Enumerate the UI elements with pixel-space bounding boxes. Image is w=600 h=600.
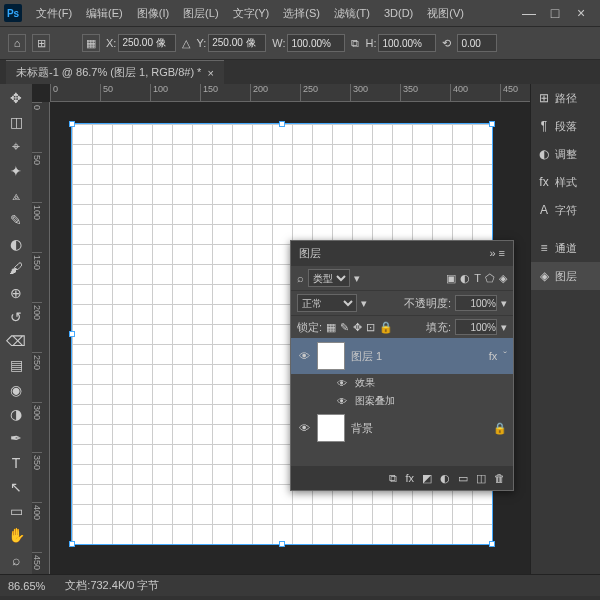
transform-handle[interactable] (279, 121, 285, 127)
menu-view[interactable]: 视图(V) (421, 2, 470, 25)
document-tab[interactable]: 未标题-1 @ 86.7% (图层 1, RGB/8#) * × (6, 60, 224, 84)
menu-image[interactable]: 图像(I) (131, 2, 175, 25)
type-tool[interactable]: T (4, 452, 28, 472)
stamp-tool[interactable]: ⊕ (4, 282, 28, 302)
menu-select[interactable]: 选择(S) (277, 2, 326, 25)
blur-tool[interactable]: ◉ (4, 380, 28, 400)
pen-tool[interactable]: ✒ (4, 428, 28, 448)
panel-collapse-icon[interactable]: » (489, 247, 495, 259)
transform-handle[interactable] (69, 541, 75, 547)
transform-icon[interactable]: ⊞ (32, 34, 50, 52)
visibility-icon[interactable]: 👁 (297, 422, 311, 434)
menu-edit[interactable]: 编辑(E) (80, 2, 129, 25)
dodge-tool[interactable]: ◑ (4, 404, 28, 424)
dock-styles[interactable]: fx样式 (531, 168, 600, 196)
transform-handle[interactable] (279, 541, 285, 547)
fill-input[interactable] (455, 319, 497, 335)
zoom-tool[interactable]: ⌕ (4, 550, 28, 570)
search-icon[interactable]: ⌕ (297, 272, 304, 284)
visibility-icon[interactable]: 👁 (335, 396, 349, 407)
transform-handle[interactable] (489, 541, 495, 547)
chevron-down-icon[interactable]: ˇ (503, 350, 507, 362)
move-tool[interactable]: ✥ (4, 88, 28, 108)
link-icon[interactable]: ⧉ (351, 37, 359, 50)
heal-tool[interactable]: ◐ (4, 234, 28, 254)
chevron-down-icon[interactable]: ▾ (501, 297, 507, 310)
new-layer-icon[interactable]: ◫ (476, 472, 486, 485)
filter-smart-icon[interactable]: ◈ (499, 272, 507, 285)
lock-pos-icon[interactable]: ✥ (353, 321, 362, 334)
layer-name[interactable]: 图层 1 (351, 349, 382, 364)
menu-filter[interactable]: 滤镜(T) (328, 2, 376, 25)
blend-mode-select[interactable]: 正常 (297, 294, 357, 312)
menu-3d[interactable]: 3D(D) (378, 3, 419, 23)
lock-pixel-icon[interactable]: ✎ (340, 321, 349, 334)
w-input[interactable] (287, 34, 345, 52)
fx-icon[interactable]: fx (405, 472, 414, 484)
delete-icon[interactable]: 🗑 (494, 472, 505, 484)
layer-fx-badge[interactable]: fx (489, 350, 498, 362)
dock-paths[interactable]: ⊞路径 (531, 84, 600, 112)
lock-trans-icon[interactable]: ▦ (326, 321, 336, 334)
visibility-icon[interactable]: 👁 (297, 350, 311, 362)
dock-adjustments[interactable]: ◐调整 (531, 140, 600, 168)
eraser-tool[interactable]: ⌫ (4, 331, 28, 351)
hand-tool[interactable]: ✋ (4, 525, 28, 545)
history-brush-tool[interactable]: ↺ (4, 307, 28, 327)
brush-tool[interactable]: 🖌 (4, 258, 28, 278)
dock-paragraph[interactable]: ¶段落 (531, 112, 600, 140)
dock-layers[interactable]: ◈图层 (531, 262, 600, 290)
chevron-down-icon[interactable]: ▾ (501, 321, 507, 334)
marquee-tool[interactable]: ◫ (4, 112, 28, 132)
dock-character[interactable]: A字符 (531, 196, 600, 224)
zoom-level[interactable]: 86.65% (8, 580, 45, 592)
opacity-input[interactable] (455, 295, 497, 311)
shape-tool[interactable]: ▭ (4, 501, 28, 521)
lock-artboard-icon[interactable]: ⊡ (366, 321, 375, 334)
layer-effects-row[interactable]: 👁 效果 (291, 374, 513, 392)
eyedropper-tool[interactable]: ✎ (4, 209, 28, 229)
window-minimize[interactable]: — (522, 6, 536, 20)
filter-type-select[interactable]: 类型 (308, 269, 350, 287)
filter-type-icon[interactable]: T (474, 272, 481, 284)
layer-row[interactable]: 👁 图层 1 fx ˇ (291, 338, 513, 374)
lock-all-icon[interactable]: 🔒 (379, 321, 393, 334)
lasso-tool[interactable]: ⌖ (4, 137, 28, 157)
path-tool[interactable]: ↖ (4, 477, 28, 497)
home-icon[interactable]: ⌂ (8, 34, 26, 52)
lock-icon[interactable]: 🔒 (493, 422, 507, 435)
link-layers-icon[interactable]: ⧉ (389, 472, 397, 485)
filter-shape-icon[interactable]: ⬠ (485, 272, 495, 285)
filter-pixel-icon[interactable]: ▣ (446, 272, 456, 285)
window-close[interactable]: × (574, 6, 588, 20)
swap-xy-icon[interactable]: △ (182, 37, 190, 50)
h-input[interactable] (378, 34, 436, 52)
layer-thumbnail[interactable] (317, 414, 345, 442)
reference-point-icon[interactable]: ▦ (82, 34, 100, 52)
x-input[interactable] (118, 34, 176, 52)
visibility-icon[interactable]: 👁 (335, 378, 349, 389)
panel-header[interactable]: 图层 » ≡ (291, 241, 513, 265)
adjustment-icon[interactable]: ◐ (440, 472, 450, 485)
layer-effect-item[interactable]: 👁 图案叠加 (291, 392, 513, 410)
gradient-tool[interactable]: ▤ (4, 355, 28, 375)
transform-handle[interactable] (69, 331, 75, 337)
y-input[interactable] (208, 34, 266, 52)
mask-icon[interactable]: ◩ (422, 472, 432, 485)
menu-layer[interactable]: 图层(L) (177, 2, 224, 25)
layer-thumbnail[interactable] (317, 342, 345, 370)
angle-input[interactable] (457, 34, 497, 52)
group-icon[interactable]: ▭ (458, 472, 468, 485)
tab-close-icon[interactable]: × (207, 67, 213, 79)
window-maximize[interactable]: □ (548, 6, 562, 20)
transform-handle[interactable] (69, 121, 75, 127)
layer-name[interactable]: 背景 (351, 421, 373, 436)
layer-row[interactable]: 👁 背景 🔒 (291, 410, 513, 446)
crop-tool[interactable]: ⟁ (4, 185, 28, 205)
wand-tool[interactable]: ✦ (4, 161, 28, 181)
menu-file[interactable]: 文件(F) (30, 2, 78, 25)
transform-handle[interactable] (489, 121, 495, 127)
menu-type[interactable]: 文字(Y) (227, 2, 276, 25)
filter-adjust-icon[interactable]: ◐ (460, 272, 470, 285)
dock-channels[interactable]: ≡通道 (531, 234, 600, 262)
